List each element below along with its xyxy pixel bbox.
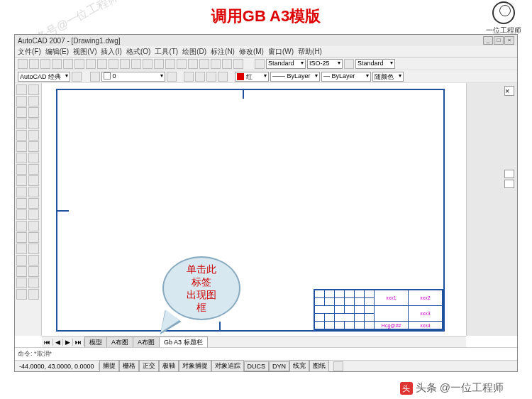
region-icon[interactable]: [16, 266, 27, 277]
trim-icon[interactable]: [28, 187, 39, 197]
pan-icon[interactable]: [143, 59, 153, 69]
tool-b-icon[interactable]: [28, 278, 39, 288]
menu-draw[interactable]: 绘图(D): [182, 47, 206, 57]
tab-nav-first-icon[interactable]: ⏮: [42, 339, 53, 346]
insert-icon[interactable]: [16, 209, 27, 220]
osnap-toggle[interactable]: 对象捕捉: [179, 360, 211, 372]
menu-bar[interactable]: 文件(F) 编辑(E) 视图(V) 插入(I) 格式(O) 工具(T) 绘图(D…: [15, 46, 517, 58]
dc-icon[interactable]: [188, 59, 198, 69]
mirror-icon[interactable]: [28, 107, 39, 118]
tab-layout1[interactable]: A布图: [106, 337, 133, 348]
move-icon[interactable]: [28, 141, 39, 152]
tablestyle-dropdown[interactable]: Standard: [355, 59, 395, 69]
extend-icon[interactable]: [28, 198, 39, 209]
menu-window[interactable]: 窗口(W): [268, 47, 294, 57]
layer-tool-icon[interactable]: [90, 72, 100, 82]
zoom-icon[interactable]: [154, 59, 164, 69]
help-icon[interactable]: [233, 59, 243, 69]
status-extra-icon[interactable]: [333, 361, 343, 371]
tablestyle-icon[interactable]: [344, 59, 354, 69]
polar-toggle[interactable]: 极轴: [159, 360, 179, 372]
menu-edit[interactable]: 编辑(E): [45, 47, 69, 57]
tb-extra3-icon[interactable]: [206, 72, 216, 82]
paper-toggle[interactable]: 图纸: [309, 360, 329, 372]
ellipse-icon[interactable]: [16, 187, 27, 197]
linetype-dropdown[interactable]: —— ByLayer: [270, 72, 320, 82]
palette-tool2-icon[interactable]: [504, 180, 514, 188]
close-palette-icon[interactable]: ×: [504, 86, 514, 96]
mtext-icon[interactable]: [16, 289, 27, 300]
layer-dropdown[interactable]: 0: [101, 72, 165, 82]
workspace-dropdown[interactable]: AutoCAD 经典: [18, 72, 70, 82]
menu-modify[interactable]: 修改(M): [239, 47, 264, 57]
window-titlebar[interactable]: AutoCAD 2007 - [Drawing1.dwg] _ □ ×: [15, 35, 517, 46]
paste-icon[interactable]: [97, 59, 107, 69]
menu-help[interactable]: 帮助(H): [298, 47, 322, 57]
arc-icon[interactable]: [16, 141, 27, 152]
dyn-toggle[interactable]: DYN: [269, 361, 289, 371]
line-icon[interactable]: [16, 84, 27, 95]
block-icon[interactable]: [16, 221, 27, 231]
ssm-icon[interactable]: [211, 59, 221, 69]
table-icon[interactable]: [16, 278, 27, 288]
minimize-button[interactable]: _: [483, 36, 493, 45]
break-icon[interactable]: [28, 209, 39, 220]
ortho-toggle[interactable]: 正交: [139, 360, 159, 372]
pline-icon[interactable]: [16, 107, 27, 118]
copy2-icon[interactable]: [28, 96, 39, 106]
join-icon[interactable]: [28, 221, 39, 231]
scale-icon[interactable]: [28, 164, 39, 175]
close-button[interactable]: ×: [504, 36, 514, 45]
menu-dim[interactable]: 标注(N): [211, 47, 235, 57]
lwt-toggle[interactable]: 线宽: [289, 360, 309, 372]
lineweight-dropdown[interactable]: — ByLayer: [321, 72, 371, 82]
offset-icon[interactable]: [28, 119, 39, 129]
chamfer-icon[interactable]: [28, 232, 39, 243]
plot-icon[interactable]: [52, 59, 62, 69]
tab-nav-next-icon[interactable]: ▶: [63, 339, 73, 346]
layout-tabs[interactable]: ⏮ ◀ ▶ ⏭ 模型 A布图 A布图 Gb A3 标题栏: [42, 336, 466, 347]
match-icon[interactable]: [109, 59, 118, 69]
menu-insert[interactable]: 插入(I): [101, 47, 121, 57]
gradient-icon[interactable]: [16, 255, 27, 266]
command-line[interactable]: 命令: *取消* 命令:: [15, 347, 517, 360]
ws-settings-icon[interactable]: [72, 72, 82, 82]
palette-tool1-icon[interactable]: [504, 170, 514, 178]
undo-icon[interactable]: [120, 59, 130, 69]
tab-layout2[interactable]: A布图: [133, 337, 160, 348]
zoom-prev-icon[interactable]: [165, 59, 175, 69]
revcloud-icon[interactable]: [16, 164, 27, 175]
textstyle-dropdown[interactable]: Standard: [266, 59, 306, 69]
layer-prev-icon[interactable]: [167, 72, 177, 82]
tab-gb-a3[interactable]: Gb A3 标题栏: [159, 337, 208, 348]
hatch-icon[interactable]: [16, 244, 27, 254]
otrack-toggle[interactable]: 对象追踪: [211, 360, 244, 372]
xline-icon[interactable]: [16, 96, 27, 106]
save-icon[interactable]: [40, 59, 50, 69]
stretch-icon[interactable]: [28, 175, 39, 186]
circle-icon[interactable]: [16, 153, 27, 163]
fillet-icon[interactable]: [28, 244, 39, 254]
array-icon[interactable]: [28, 130, 39, 141]
menu-file[interactable]: 文件(F): [18, 47, 41, 57]
props-icon[interactable]: [177, 59, 187, 69]
textstyle-icon[interactable]: [255, 59, 265, 69]
explode-icon[interactable]: [28, 255, 39, 266]
preview-icon[interactable]: [63, 59, 73, 69]
color-dropdown[interactable]: 红: [235, 72, 269, 82]
tb-extra4-icon[interactable]: [218, 72, 228, 82]
menu-view[interactable]: 视图(V): [73, 47, 96, 57]
menu-tools[interactable]: 工具(T): [155, 47, 178, 57]
tb-extra1-icon[interactable]: [184, 72, 194, 82]
menu-format[interactable]: 格式(O): [126, 47, 150, 57]
rectangle-icon[interactable]: [16, 130, 27, 141]
tool-palette-icon[interactable]: [199, 59, 209, 69]
ducs-toggle[interactable]: DUCS: [244, 361, 270, 371]
grid-toggle[interactable]: 栅格: [119, 360, 139, 372]
ellipsearc-icon[interactable]: [16, 198, 27, 209]
tab-nav-prev-icon[interactable]: ◀: [53, 339, 63, 346]
copy-icon[interactable]: [86, 59, 96, 69]
plotstyle-dropdown[interactable]: 随颜色: [372, 72, 404, 82]
tool-a-icon[interactable]: [28, 266, 39, 277]
tab-model[interactable]: 模型: [84, 337, 107, 348]
